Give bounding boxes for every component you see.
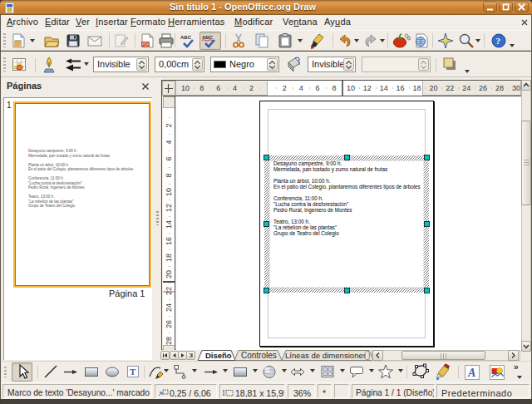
svg-text:Diseño: Diseño	[205, 351, 232, 360]
svg-text:Líneas de dimensiones: Líneas de dimensiones	[285, 351, 367, 360]
svg-text:A: A	[467, 367, 475, 379]
svg-text:Controles: Controles	[241, 351, 277, 360]
svg-text:T: T	[130, 367, 136, 377]
svg-text:PDF: PDF	[142, 42, 150, 47]
svg-text:ABC: ABC	[180, 35, 192, 40]
svg-text:ABC: ABC	[202, 35, 214, 40]
svg-text:?: ?	[496, 36, 501, 46]
